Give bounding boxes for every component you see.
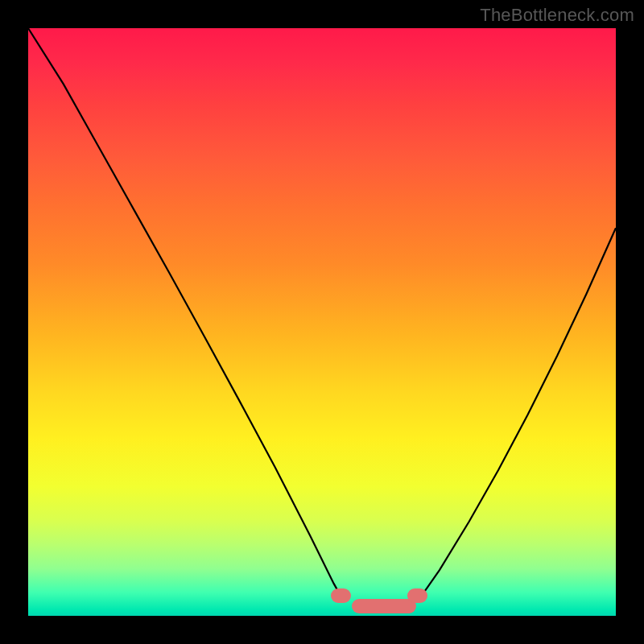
left-curve [28,28,343,600]
flat-pink-band [352,599,416,613]
plot-area [28,28,616,616]
left-pink-cap [331,588,352,603]
chart-curves [28,28,616,616]
watermark-text: TheBottleneck.com [480,5,634,26]
right-pink-cap [407,588,428,603]
right-curve [419,228,617,599]
